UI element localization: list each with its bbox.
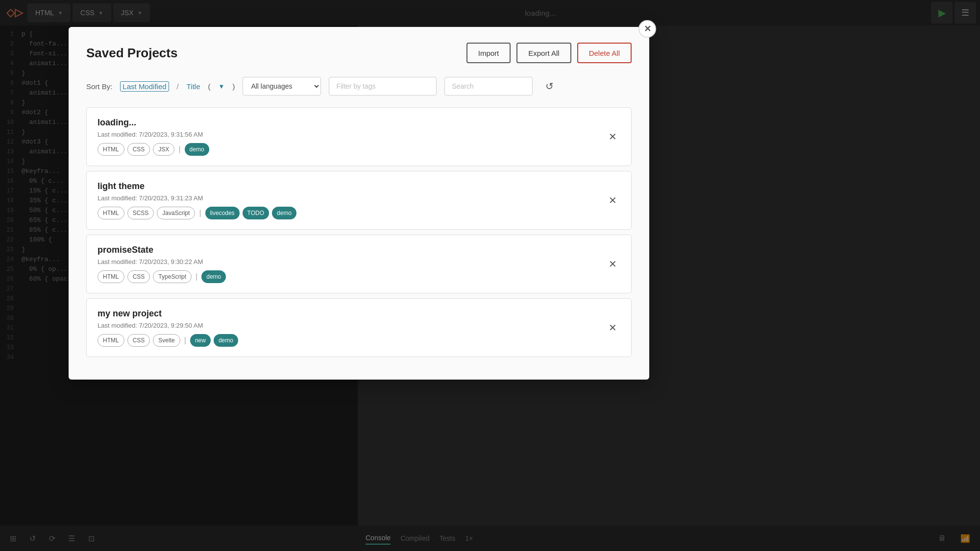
tag-demo[interactable]: demo — [214, 334, 238, 347]
project-name: promiseState — [98, 245, 605, 255]
sort-last-modified-link[interactable]: Last Modified — [120, 81, 169, 92]
project-meta: Last modified: 7/20/2023, 9:31:56 AM — [98, 131, 605, 138]
project-meta: Last modified: 7/20/2023, 9:30:22 AM — [98, 258, 605, 265]
import-button[interactable]: Import — [466, 43, 511, 63]
project-meta: Last modified: 7/20/2023, 9:29:50 AM — [98, 322, 605, 329]
modal-title: Saved Projects — [86, 46, 177, 61]
search-input[interactable] — [444, 77, 533, 96]
project-info: light theme Last modified: 7/20/2023, 9:… — [98, 181, 605, 219]
tag-svelte[interactable]: Svelte — [153, 334, 180, 347]
tag-demo[interactable]: demo — [201, 270, 226, 283]
tag-css[interactable]: CSS — [127, 143, 150, 156]
tag-separator: | — [177, 145, 181, 154]
sort-paren-close: ) — [232, 82, 235, 91]
delete-icon: ✕ — [609, 131, 617, 143]
project-name: light theme — [98, 181, 605, 192]
project-meta: Last modified: 7/20/2023, 9:31:23 AM — [98, 194, 605, 202]
delete-icon: ✕ — [609, 194, 617, 206]
tag-separator: | — [195, 272, 198, 281]
tag-css[interactable]: CSS — [127, 270, 150, 283]
tag-javascript[interactable]: JavaScript — [157, 207, 195, 219]
tag-html[interactable]: HTML — [98, 207, 124, 219]
sort-separator: / — [177, 82, 179, 91]
project-name: loading... — [98, 118, 605, 128]
tag-typescript[interactable]: TypeScript — [153, 270, 192, 283]
tag-jsx[interactable]: JSX — [153, 143, 174, 156]
refresh-icon: ↺ — [545, 80, 554, 92]
delete-icon: ✕ — [609, 258, 617, 270]
tag-html[interactable]: HTML — [98, 334, 124, 347]
projects-list: loading... Last modified: 7/20/2023, 9:3… — [86, 107, 632, 362]
project-card-light-theme[interactable]: light theme Last modified: 7/20/2023, 9:… — [86, 171, 632, 230]
saved-projects-modal: ✕ Saved Projects Import Export All Delet… — [69, 27, 649, 380]
tag-new[interactable]: new — [190, 334, 211, 347]
export-all-button[interactable]: Export All — [516, 43, 571, 63]
project-delete-button[interactable]: ✕ — [605, 256, 620, 272]
tag-separator: | — [183, 336, 187, 345]
tag-css[interactable]: CSS — [127, 334, 150, 347]
project-tags: HTML SCSS JavaScript | livecodes TODO de… — [98, 207, 605, 219]
tag-todo[interactable]: TODO — [243, 207, 269, 219]
project-card-promise-state[interactable]: promiseState Last modified: 7/20/2023, 9… — [86, 235, 632, 293]
project-delete-button[interactable]: ✕ — [605, 129, 620, 144]
project-info: loading... Last modified: 7/20/2023, 9:3… — [98, 118, 605, 156]
project-tags: HTML CSS TypeScript | demo — [98, 270, 605, 283]
refresh-button[interactable]: ↺ — [540, 77, 558, 95]
tag-scss[interactable]: SCSS — [127, 207, 154, 219]
tag-html[interactable]: HTML — [98, 270, 124, 283]
language-filter[interactable]: All languages HTML CSS JSX JavaScript Ty… — [243, 77, 321, 96]
tag-html[interactable]: HTML — [98, 143, 124, 156]
project-tags: HTML CSS Svelte | new demo — [98, 334, 605, 347]
tag-demo[interactable]: demo — [272, 207, 296, 219]
tag-filter-input[interactable] — [329, 77, 437, 96]
project-delete-button[interactable]: ✕ — [605, 320, 620, 335]
project-info: promiseState Last modified: 7/20/2023, 9… — [98, 245, 605, 283]
project-delete-button[interactable]: ✕ — [605, 192, 620, 208]
sort-by-label: Sort By: — [86, 82, 112, 91]
tag-livecodes[interactable]: livecodes — [205, 207, 240, 219]
delete-icon: ✕ — [609, 322, 617, 334]
tag-separator: | — [198, 209, 202, 217]
tag-demo[interactable]: demo — [185, 143, 209, 156]
filters-row: Sort By: Last Modified / Title ( ▼ ) All… — [86, 77, 632, 96]
project-name: my new project — [98, 309, 605, 319]
sort-paren-open: ( — [208, 82, 211, 91]
modal-close-button[interactable]: ✕ — [638, 20, 656, 38]
sort-title-link[interactable]: Title — [187, 82, 200, 91]
modal-actions: Import Export All Delete All — [466, 43, 632, 63]
project-info: my new project Last modified: 7/20/2023,… — [98, 309, 605, 347]
project-tags: HTML CSS JSX | demo — [98, 143, 605, 156]
project-card-loading[interactable]: loading... Last modified: 7/20/2023, 9:3… — [86, 107, 632, 166]
modal-header: Saved Projects Import Export All Delete … — [86, 43, 632, 63]
project-card-my-new-project[interactable]: my new project Last modified: 7/20/2023,… — [86, 298, 632, 357]
delete-all-button[interactable]: Delete All — [577, 43, 632, 63]
close-icon: ✕ — [644, 24, 651, 34]
sort-direction-icon[interactable]: ▼ — [219, 83, 225, 90]
